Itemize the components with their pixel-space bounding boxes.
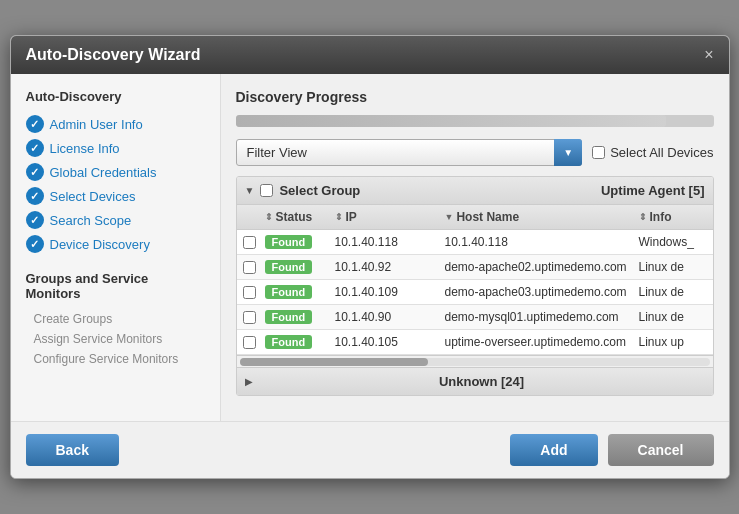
device-table-wrapper: ▼ Select Group Uptime Agent [5] ⇕ Status… [236, 176, 714, 396]
sidebar-sub-item-create-groups[interactable]: Create Groups [26, 309, 205, 329]
sidebar: Auto-Discovery Admin User Info License I… [11, 74, 221, 421]
sort-icon: ⇕ [265, 212, 273, 222]
check-icon [26, 139, 44, 157]
row-ip-cell: 10.1.40.105 [329, 330, 439, 354]
sidebar-item-global-credentials[interactable]: Global Credentials [26, 160, 205, 184]
status-badge: Found [265, 285, 313, 299]
sidebar-item-label: Device Discovery [50, 237, 150, 252]
section-title: Discovery Progress [236, 89, 714, 105]
status-badge: Found [265, 260, 313, 274]
table-row: Found 10.1.40.90 demo-mysql01.uptimedemo… [237, 305, 713, 330]
row-ip-cell: 10.1.40.92 [329, 255, 439, 279]
back-button[interactable]: Back [26, 434, 119, 466]
row-status-cell: Found [259, 280, 329, 304]
footer-right: Add Cancel [510, 434, 713, 466]
row-status-cell: Found [259, 305, 329, 329]
row-hostname-cell: demo-apache03.uptimedemo.com [439, 280, 633, 304]
row-checkbox-cell [237, 230, 259, 254]
row-status-cell: Found [259, 255, 329, 279]
row-ip-cell: 10.1.40.90 [329, 305, 439, 329]
check-icon [26, 163, 44, 181]
row-info-cell: Linux de [633, 280, 713, 304]
row-checkbox-cell [237, 330, 259, 354]
cancel-button[interactable]: Cancel [608, 434, 714, 466]
col-hostname[interactable]: ▼ Host Name [439, 205, 633, 229]
row-info-cell: Linux de [633, 305, 713, 329]
filter-row: Filter View Select All Devices [236, 139, 714, 166]
scrollbar-track [240, 358, 710, 366]
sidebar-section-title: Auto-Discovery [26, 89, 205, 104]
row-checkbox-cell [237, 305, 259, 329]
select-all-checkbox[interactable] [592, 146, 605, 159]
sidebar-item-admin-user-info[interactable]: Admin User Info [26, 112, 205, 136]
table-row: Found 10.1.40.109 demo-apache03.uptimede… [237, 280, 713, 305]
check-icon [26, 235, 44, 253]
progress-bar-fill [236, 115, 666, 127]
sort-icon: ⇕ [335, 212, 343, 222]
sidebar-item-label: Search Scope [50, 213, 132, 228]
filter-select-wrapper: Filter View [236, 139, 583, 166]
progress-bar-container [236, 115, 714, 127]
unknown-group-row[interactable]: ▶ Unknown [24] [237, 367, 713, 395]
row-checkbox[interactable] [243, 261, 256, 274]
row-info-cell: Linux up [633, 330, 713, 354]
row-hostname-cell: demo-mysql01.uptimedemo.com [439, 305, 633, 329]
check-icon [26, 187, 44, 205]
col-ip[interactable]: ⇕ IP [329, 205, 439, 229]
sidebar-sub-item-assign-service-monitors[interactable]: Assign Service Monitors [26, 329, 205, 349]
horizontal-scrollbar[interactable] [237, 355, 713, 367]
row-status-cell: Found [259, 330, 329, 354]
status-badge: Found [265, 335, 313, 349]
sidebar-item-license-info[interactable]: License Info [26, 136, 205, 160]
auto-discovery-dialog: Auto-Discovery Wizard × Auto-Discovery A… [10, 35, 730, 479]
row-ip-cell: 10.1.40.118 [329, 230, 439, 254]
collapse-arrow-icon[interactable]: ▼ [245, 185, 255, 196]
table-row: Found 10.1.40.105 uptime-overseer.uptime… [237, 330, 713, 355]
group-agent-label: Uptime Agent [5] [601, 183, 705, 198]
sidebar-item-select-devices[interactable]: Select Devices [26, 184, 205, 208]
row-info-cell: Windows_ [633, 230, 713, 254]
row-checkbox-cell [237, 255, 259, 279]
status-badge: Found [265, 310, 313, 324]
row-status-cell: Found [259, 230, 329, 254]
col-status[interactable]: ⇕ Status [259, 205, 329, 229]
sort-icon: ▼ [445, 212, 454, 222]
sidebar-item-device-discovery[interactable]: Device Discovery [26, 232, 205, 256]
row-checkbox-cell [237, 280, 259, 304]
dialog-body: Auto-Discovery Admin User Info License I… [11, 74, 729, 421]
sidebar-item-label: Select Devices [50, 189, 136, 204]
unknown-label: Unknown [24] [259, 374, 705, 389]
row-checkbox[interactable] [243, 236, 256, 249]
dialog-footer: Back Add Cancel [11, 421, 729, 478]
dialog-header: Auto-Discovery Wizard × [11, 36, 729, 74]
row-checkbox[interactable] [243, 286, 256, 299]
sidebar-group-title: Groups and Service Monitors [26, 271, 205, 301]
group-select-checkbox[interactable] [260, 184, 273, 197]
add-button[interactable]: Add [510, 434, 597, 466]
group-header: ▼ Select Group Uptime Agent [5] [237, 177, 713, 205]
main-content: Discovery Progress Filter View Select Al… [221, 74, 729, 421]
row-hostname-cell: 10.1.40.118 [439, 230, 633, 254]
sidebar-item-label: License Info [50, 141, 120, 156]
check-icon [26, 115, 44, 133]
sidebar-sub-item-configure-service-monitors[interactable]: Configure Service Monitors [26, 349, 205, 369]
scrollbar-thumb [240, 358, 428, 366]
select-all-row: Select All Devices [592, 145, 713, 160]
sidebar-item-label: Admin User Info [50, 117, 143, 132]
col-info[interactable]: ⇕ Info [633, 205, 713, 229]
table-row: Found 10.1.40.92 demo-apache02.uptimedem… [237, 255, 713, 280]
sidebar-item-search-scope[interactable]: Search Scope [26, 208, 205, 232]
group-name: Select Group [279, 183, 360, 198]
filter-select[interactable]: Filter View [236, 139, 583, 166]
expand-arrow-icon: ▶ [245, 376, 253, 387]
row-checkbox[interactable] [243, 336, 256, 349]
status-badge: Found [265, 235, 313, 249]
sidebar-item-label: Global Credentials [50, 165, 157, 180]
dialog-title: Auto-Discovery Wizard [26, 46, 201, 64]
close-button[interactable]: × [704, 47, 713, 63]
row-checkbox[interactable] [243, 311, 256, 324]
table-row: Found 10.1.40.118 10.1.40.118 Windows_ [237, 230, 713, 255]
select-all-label: Select All Devices [610, 145, 713, 160]
row-info-cell: Linux de [633, 255, 713, 279]
sort-icon: ⇕ [639, 212, 647, 222]
